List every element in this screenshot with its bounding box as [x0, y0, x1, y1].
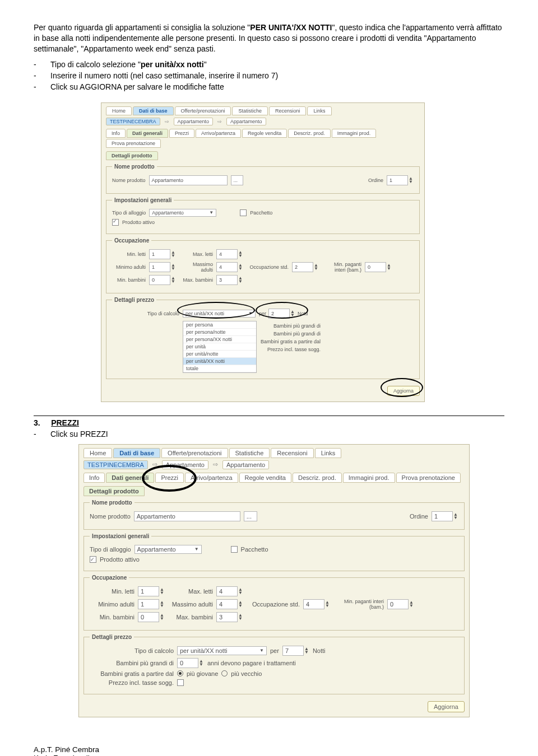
input-ordine[interactable]: 1	[432, 511, 453, 521]
subtab-immagini[interactable]: Immagini prod.	[343, 473, 395, 483]
subtab-prova[interactable]: Prova prenotazione	[396, 473, 461, 483]
subtab-prova[interactable]: Prova prenotazione	[106, 139, 161, 148]
spinner-icon[interactable]: ▲▼	[313, 264, 319, 270]
subtab-prezzi[interactable]: Prezzi	[169, 129, 194, 138]
tab-links[interactable]: Links	[315, 448, 342, 458]
spinner-icon[interactable]: ▲▼	[453, 513, 458, 520]
btn-aggiorna[interactable]: Aggiorna	[428, 701, 465, 712]
tab-dati-base[interactable]: Dati di base	[113, 448, 160, 458]
tab-recensioni[interactable]: Recensioni	[271, 448, 313, 458]
spinner-icon[interactable]: ▲▼	[198, 660, 204, 666]
lbl-bamb-grandi-suffix: anni devono pagare i trattamenti	[207, 660, 296, 666]
tab-recensioni[interactable]: Recensioni	[269, 106, 307, 115]
spinner-icon[interactable]: ▲▼	[238, 277, 243, 283]
dd-opt[interactable]: per unità/notte	[183, 351, 256, 358]
input-max-letti[interactable]: 4	[216, 586, 238, 596]
tab-dati-base[interactable]: Dati di base	[133, 106, 174, 115]
input-min-letti[interactable]: 1	[138, 586, 159, 596]
spinner-icon[interactable]: ▲▼	[170, 251, 176, 258]
spinner-icon[interactable]: ▲▼	[324, 601, 330, 608]
btn-ellipsis[interactable]: ...	[244, 511, 257, 521]
dd-opt[interactable]: totale	[183, 365, 256, 372]
dd-opt-selected[interactable]: per unità/XX notti	[183, 358, 256, 365]
lbl-prodotto-attivo: Prodotto attivo	[100, 556, 140, 563]
dd-opt[interactable]: per persona/notte	[183, 329, 256, 336]
subtab-dati-generali[interactable]: Dati generali	[127, 129, 168, 138]
tab-offerte[interactable]: Offerte/prenotazioni	[175, 106, 231, 115]
input-nome-prodotto[interactable]: Appartamento	[149, 175, 228, 185]
radio-piu-giovane[interactable]	[177, 670, 183, 676]
spinner-icon[interactable]: ▲▼	[238, 251, 243, 258]
subtab-info[interactable]: Info	[84, 473, 105, 483]
bc-root[interactable]: TESTPINECEMBRA	[84, 460, 148, 469]
input-min-letti[interactable]: 1	[149, 249, 170, 259]
chk-pacchetto[interactable]	[240, 209, 247, 216]
spinner-icon[interactable]: ▲▼	[238, 614, 243, 620]
spinner-icon[interactable]: ▲▼	[170, 277, 176, 283]
spinner-icon[interactable]: ▲▼	[408, 177, 414, 184]
input-notti[interactable]: 7	[282, 646, 304, 656]
spinner-icon[interactable]: ▲▼	[238, 601, 243, 608]
input-ordine[interactable]: 1	[387, 175, 408, 185]
legend-occupazione: Occupazione	[90, 575, 129, 581]
subtab-arrivo[interactable]: Arrivo/partenza	[196, 129, 241, 138]
subtab-descriz[interactable]: Descriz. prod.	[293, 473, 342, 483]
input-min-adulti[interactable]: 1	[138, 599, 159, 609]
tab-dettagli-prodotto[interactable]: Dettagli prodotto	[106, 151, 158, 160]
spinner-icon[interactable]: ▲▼	[159, 588, 165, 595]
tab-dettagli-prodotto[interactable]: Dettagli prodotto	[84, 486, 145, 496]
tab-offerte[interactable]: Offerte/prenotazioni	[161, 448, 228, 458]
input-min-paganti[interactable]: 0	[365, 262, 386, 272]
input-max-bambini[interactable]: 3	[216, 612, 238, 622]
btn-ellipsis[interactable]: ...	[231, 175, 243, 185]
input-nome-prodotto[interactable]: Appartamento	[134, 511, 240, 521]
spinner-icon[interactable]: ▲▼	[238, 264, 243, 270]
input-occ-std[interactable]: 2	[292, 262, 313, 272]
chk-prodotto-attivo[interactable]	[90, 556, 96, 563]
input-max-adulti[interactable]: 4	[216, 599, 238, 609]
input-occ-std[interactable]: 4	[303, 599, 324, 609]
tab-statistiche[interactable]: Statistiche	[229, 448, 270, 458]
tab-links[interactable]: Links	[307, 106, 331, 115]
bc-app2[interactable]: Appartamento	[226, 118, 266, 125]
spinner-icon[interactable]: ▲▼	[386, 264, 392, 270]
fs-nome-prodotto: Nome prodotto Nome prodotto Appartamento…	[84, 500, 465, 530]
tab-statistiche[interactable]: Statistiche	[232, 106, 268, 115]
chk-pacchetto[interactable]	[231, 546, 238, 553]
tab-home[interactable]: Home	[106, 106, 132, 115]
input-max-letti[interactable]: 4	[216, 249, 238, 259]
dd-tipo-alloggio[interactable]: Appartamento▼	[134, 545, 202, 554]
spinner-icon[interactable]: ▲▼	[159, 614, 165, 620]
spinner-icon[interactable]: ▲▼	[238, 588, 243, 595]
chk-prodotto-attivo[interactable]	[112, 219, 119, 226]
input-min-paganti[interactable]: 0	[387, 599, 409, 609]
subtab-info[interactable]: Info	[106, 129, 126, 138]
spinner-icon[interactable]: ▲▼	[170, 264, 176, 270]
tab-home[interactable]: Home	[84, 448, 112, 458]
dd-tipo-calcolo[interactable]: per unità/XX notti▼	[177, 646, 267, 655]
subtab-immagini[interactable]: Immagini prod.	[332, 129, 377, 138]
bc-root[interactable]: TESTPINECEMBRA	[106, 118, 160, 125]
dd-tipo-calcolo-open[interactable]: per persona per persona/notte per person…	[183, 321, 257, 373]
subtab-regole[interactable]: Regole vendita	[239, 473, 291, 483]
dd-opt[interactable]: per persona	[183, 321, 256, 329]
input-min-bambini[interactable]: 0	[149, 275, 170, 285]
input-bamb-grandi[interactable]: 0	[177, 658, 198, 668]
spinner-icon[interactable]: ▲▼	[304, 647, 309, 654]
radio-piu-vecchio[interactable]	[221, 670, 228, 676]
dd-tipo-alloggio[interactable]: Appartamento▼	[149, 209, 216, 217]
bc-app1[interactable]: Appartamento	[174, 118, 214, 125]
input-min-bambini[interactable]: 0	[138, 612, 159, 622]
subtab-regole[interactable]: Regole vendita	[242, 129, 287, 138]
dd-tipo-alloggio-val: Appartamento	[137, 546, 176, 553]
dd-opt[interactable]: per unità	[183, 343, 256, 351]
subtab-descriz[interactable]: Descriz. prod.	[288, 129, 331, 138]
chk-prezzo-incl[interactable]	[177, 679, 184, 686]
bc-app2[interactable]: Appartamento	[222, 460, 269, 469]
spinner-icon[interactable]: ▲▼	[409, 601, 414, 608]
input-max-adulti[interactable]: 4	[216, 262, 238, 272]
spinner-icon[interactable]: ▲▼	[159, 601, 165, 608]
dd-opt[interactable]: per persona/XX notti	[183, 336, 256, 343]
input-min-adulti[interactable]: 1	[149, 262, 170, 272]
input-max-bambini[interactable]: 3	[216, 275, 238, 285]
